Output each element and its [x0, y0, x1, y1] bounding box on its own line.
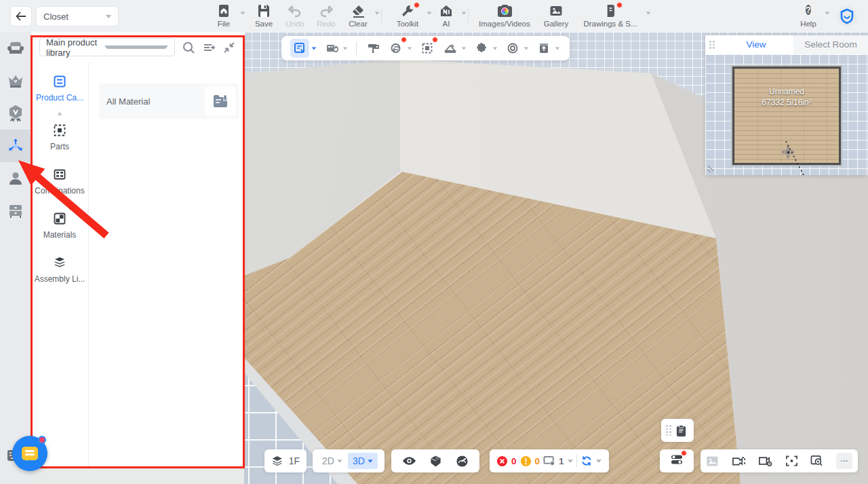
tab-assembly-library[interactable]: Assembly Li...	[31, 256, 88, 288]
clipboard-pill[interactable]	[661, 419, 694, 442]
list-item-all-material[interactable]: All Material	[99, 83, 239, 119]
floor-selector[interactable]: 1F	[264, 449, 307, 472]
replace-global-tool[interactable]	[387, 39, 405, 58]
folder-thumbnail[interactable]	[205, 87, 236, 115]
plugins-tool[interactable]	[473, 39, 490, 58]
measure-tool[interactable]	[441, 39, 459, 58]
menu-save[interactable]: Save	[249, 3, 279, 31]
catalog-icon	[53, 75, 66, 88]
chevron-down-icon[interactable]	[524, 47, 528, 50]
display-options	[391, 449, 479, 472]
sync-icon[interactable]	[580, 455, 593, 467]
record-area-button[interactable]	[732, 455, 746, 467]
solid-view-cube-button[interactable]	[429, 455, 442, 468]
tab-product-catalog[interactable]: Product Ca...	[31, 75, 88, 107]
project-select[interactable]: Closet	[37, 7, 118, 26]
support-chat-button[interactable]	[12, 436, 47, 471]
warning-count[interactable]: 0	[535, 456, 540, 466]
chevron-down-icon[interactable]	[427, 12, 432, 14]
sidebar-item-account[interactable]	[0, 162, 31, 195]
scene-settings-toggle[interactable]	[660, 449, 694, 472]
zoom-region-button[interactable]	[810, 455, 823, 467]
mode-2d-button[interactable]: 2D	[319, 455, 345, 466]
sidebar-item-furniture[interactable]	[0, 32, 31, 64]
focus-center-button[interactable]	[785, 455, 798, 467]
error-count[interactable]: 0	[511, 456, 517, 466]
render-target-tool[interactable]	[504, 39, 521, 58]
mode-3d-button[interactable]: 3D	[348, 453, 378, 469]
chevron-down-icon[interactable]	[493, 47, 497, 50]
save-icon	[255, 3, 273, 18]
more-button[interactable]: ...	[836, 453, 852, 469]
paint-roller-tool[interactable]	[364, 39, 382, 58]
export-box-tool[interactable]	[535, 39, 553, 58]
menu-gallery[interactable]: Gallery	[538, 3, 574, 31]
camera-settings-button[interactable]	[758, 455, 772, 467]
menu-images-videos[interactable]: Images/Videos	[475, 3, 534, 31]
menu-help[interactable]: ? Help	[793, 3, 823, 31]
chat-bubble-icon	[22, 447, 38, 460]
view-mode-switch: 2D 3D	[313, 449, 384, 472]
tab-view[interactable]: View	[719, 35, 793, 54]
chevron-down-icon[interactable]	[555, 47, 559, 50]
collapse-chevron-icon[interactable]: ▲	[31, 109, 88, 117]
library-select[interactable]: Main product library	[39, 38, 175, 56]
hardware-tool[interactable]	[323, 39, 340, 58]
render-toolbar: ...	[701, 449, 858, 472]
layout-count[interactable]: 1	[559, 456, 564, 466]
menu-clear[interactable]: Clear	[343, 3, 373, 31]
sidebar-item-3d-design[interactable]	[0, 130, 31, 162]
menu-redo[interactable]: Redo	[311, 3, 341, 31]
tab-select-room[interactable]: Select Room	[793, 35, 868, 54]
chevron-down-icon[interactable]	[568, 460, 573, 463]
menu-file[interactable]: File	[209, 3, 239, 31]
sidebar-item-membership[interactable]	[0, 97, 31, 130]
menu-ai[interactable]: AI	[433, 3, 460, 31]
chevron-down-icon[interactable]	[408, 47, 412, 50]
notification-dot	[681, 450, 687, 456]
back-arrow-icon	[16, 12, 26, 21]
minimap-floorplan[interactable]: Unnamed 67332 5/16in²	[705, 54, 868, 175]
canvas-toolbar	[281, 36, 570, 60]
shield-smile-icon	[839, 8, 855, 24]
sidebar-item-storage[interactable]	[0, 195, 31, 227]
menu-toolkit[interactable]: Toolkit	[390, 3, 425, 31]
chevron-down-icon[interactable]	[462, 47, 466, 50]
collapse-panel-icon[interactable]	[222, 41, 236, 54]
visibility-eye-button[interactable]	[402, 455, 416, 467]
eraser-icon	[349, 3, 367, 18]
chevron-down-icon[interactable]	[596, 460, 601, 463]
parts-icon	[53, 124, 66, 137]
chevron-down-icon[interactable]	[241, 12, 245, 14]
tab-combinations[interactable]: Combinations	[31, 168, 88, 200]
folder-icon	[212, 94, 229, 108]
marquee-select-tool[interactable]	[418, 39, 436, 58]
camera-icon	[496, 3, 513, 18]
drag-handle-icon[interactable]	[709, 41, 715, 49]
library-tab-rail: Product Ca... ▲ Parts Combinations Mater…	[31, 62, 89, 468]
app-logo[interactable]	[837, 6, 857, 26]
left-icon-rail	[0, 32, 31, 484]
chevron-down-icon[interactable]	[462, 12, 467, 14]
draw-room-tool[interactable]	[290, 39, 309, 58]
snapshot-image-button[interactable]	[706, 455, 719, 467]
chevron-down-icon[interactable]	[312, 47, 316, 50]
chevron-down-icon[interactable]	[646, 12, 651, 14]
filter-sort-icon[interactable]	[202, 41, 216, 54]
divider	[381, 9, 382, 24]
sidebar-item-vip[interactable]	[0, 64, 31, 97]
back-button[interactable]	[11, 7, 31, 26]
chevron-down-icon[interactable]	[825, 12, 830, 14]
drag-handle-icon[interactable]	[666, 425, 671, 436]
chevron-down-icon	[368, 460, 372, 463]
performance-dial-button[interactable]	[456, 455, 469, 468]
chevron-down-icon[interactable]	[375, 12, 380, 14]
search-icon[interactable]	[182, 41, 195, 54]
chevron-down-icon[interactable]	[343, 47, 347, 50]
menu-drawings-schemes[interactable]: Drawings & S...	[576, 3, 644, 31]
error-icon	[496, 455, 508, 467]
tab-materials[interactable]: Materials	[31, 212, 88, 244]
project-name: Closet	[43, 12, 106, 22]
tab-parts[interactable]: Parts	[31, 124, 88, 155]
menu-undo[interactable]: Undo	[280, 3, 310, 31]
